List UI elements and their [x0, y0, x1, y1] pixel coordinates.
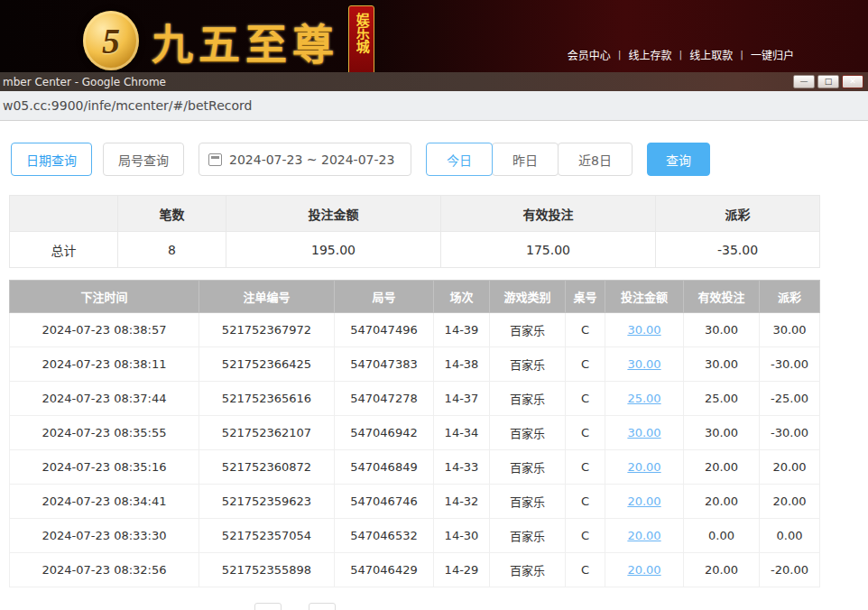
date-range-input[interactable]: 2024-07-23 ~ 2024-07-23 [199, 143, 411, 176]
bet-amount-cell: 25.00 [605, 382, 684, 416]
summary-header-valid: 有效投注 [441, 196, 656, 232]
date-query-tab[interactable]: 日期查询 [11, 143, 92, 176]
window-title: mber Center - Google Chrome [3, 76, 166, 88]
window-controls: — □ ✕ [793, 75, 863, 88]
summary-header-payout: 派彩 [656, 196, 820, 232]
session-cell: 14-38 [434, 347, 490, 382]
payout-cell: 20.00 [760, 485, 820, 519]
search-button[interactable]: 查询 [647, 143, 710, 176]
payout-cell: -20.00 [760, 553, 820, 587]
bet-amount-link[interactable]: 20.00 [627, 494, 660, 508]
session-cell: 14-33 [434, 450, 490, 485]
game-type-cell: 百家乐 [490, 553, 566, 587]
bet-amount-cell: 30.00 [605, 347, 684, 382]
bet-amount-link[interactable]: 30.00 [627, 426, 660, 439]
bet-table-body: 2024-07-23 08:38:57521752367972547047496… [10, 313, 820, 587]
order-no-cell: 521752355898 [199, 553, 335, 587]
round-no-cell: 547047496 [335, 313, 434, 347]
bet-time-cell: 2024-07-23 08:35:16 [10, 450, 199, 485]
table-row: 2024-07-23 08:38:11521752366425547047383… [10, 347, 820, 382]
summary-header-row: 笔数 投注金额 有效投注 派彩 [10, 196, 820, 232]
date-range-value: 2024-07-23 ~ 2024-07-23 [229, 152, 394, 167]
pagination-button[interactable] [254, 603, 282, 610]
payout-cell: 30.00 [760, 313, 820, 347]
bet-time-cell: 2024-07-23 08:35:55 [10, 416, 199, 450]
summary-header-count: 笔数 [118, 196, 226, 232]
logo-coin-icon: 5 [83, 11, 139, 70]
col-table-no: 桌号 [566, 281, 605, 313]
round-query-tab[interactable]: 局号查询 [103, 143, 184, 176]
address-bar[interactable]: w05.cc:9900/infe/mcenter/#/betRecord [0, 91, 868, 121]
table-row: 2024-07-23 08:38:57521752367972547047496… [10, 313, 820, 347]
bet-amount-link[interactable]: 20.00 [627, 529, 660, 542]
nav-member-center[interactable]: 会员中心 [568, 47, 611, 62]
round-no-cell: 547046532 [335, 519, 434, 553]
order-no-cell: 521752367972 [199, 313, 335, 347]
table-no-cell: C [566, 519, 605, 553]
payout-cell: -30.00 [760, 347, 820, 382]
round-no-cell: 547047383 [335, 347, 434, 382]
calendar-icon [208, 153, 222, 166]
nav-online-deposit[interactable]: 线上存款 [629, 47, 672, 62]
logo-number: 5 [102, 20, 120, 62]
nav-online-withdraw[interactable]: 线上取款 [689, 47, 733, 62]
bet-amount-link[interactable]: 30.00 [627, 357, 660, 371]
summary-table: 笔数 投注金额 有效投注 派彩 总计 8 195.00 175.00 -35.0… [9, 195, 820, 268]
bet-time-cell: 2024-07-23 08:38:57 [10, 313, 199, 347]
payout-cell: -30.00 [760, 416, 820, 450]
logo-badge: 娱乐城 [348, 5, 374, 76]
bet-amount-link[interactable]: 30.00 [627, 323, 660, 337]
pagination-button[interactable] [309, 603, 336, 610]
bet-amount-link[interactable]: 20.00 [627, 460, 660, 474]
payout-cell: -25.00 [760, 382, 820, 416]
bet-amount-link[interactable]: 20.00 [627, 563, 660, 577]
minimize-button[interactable]: — [793, 75, 815, 88]
session-cell: 14-34 [434, 416, 490, 450]
game-type-cell: 百家乐 [490, 313, 566, 347]
site-logo: 5 九五至尊 娱乐城 [83, 5, 374, 76]
summary-header-bet: 投注金额 [226, 196, 441, 232]
col-order-no: 注单编号 [199, 281, 335, 313]
bet-time-cell: 2024-07-23 08:34:41 [10, 485, 199, 519]
close-button[interactable]: ✕ [842, 75, 863, 88]
col-bet-time: 下注时间 [10, 281, 199, 313]
nav-one-key-transfer[interactable]: 一键归户 [751, 47, 794, 62]
table-no-cell: C [566, 485, 605, 519]
nav-separator: | [679, 49, 683, 60]
col-bet-amount: 投注金额 [605, 281, 684, 313]
valid-bet-cell: 20.00 [684, 485, 760, 519]
valid-bet-cell: 30.00 [684, 313, 760, 347]
order-no-cell: 521752359623 [199, 485, 335, 519]
table-no-cell: C [566, 450, 605, 485]
bet-amount-cell: 20.00 [605, 519, 684, 553]
game-type-cell: 百家乐 [490, 485, 566, 519]
table-row: 2024-07-23 08:34:41521752359623547046746… [10, 485, 820, 519]
table-no-cell: C [566, 382, 605, 416]
session-cell: 14-29 [434, 553, 490, 587]
maximize-button[interactable]: □ [817, 75, 839, 88]
bet-time-cell: 2024-07-23 08:33:30 [10, 519, 199, 553]
table-no-cell: C [566, 416, 605, 450]
bet-table: 下注时间 注单编号 局号 场次 游戏类别 桌号 投注金额 有效投注 派彩 202… [9, 280, 820, 587]
bet-record-page: 日期查询 局号查询 2024-07-23 ~ 2024-07-23 今日 昨日 … [0, 121, 868, 610]
summary-valid: 175.00 [441, 232, 656, 268]
bet-time-cell: 2024-07-23 08:32:56 [10, 553, 199, 587]
order-no-cell: 521752357054 [199, 519, 335, 553]
order-no-cell: 521752365616 [199, 382, 335, 416]
last-8-days-button[interactable]: 近8日 [558, 143, 633, 176]
valid-bet-cell: 30.00 [684, 416, 760, 450]
col-round-no: 局号 [335, 281, 434, 313]
summary-total-row: 总计 8 195.00 175.00 -35.00 [10, 232, 820, 268]
table-row: 2024-07-23 08:35:16521752360872547046849… [10, 450, 820, 485]
bet-amount-link[interactable]: 25.00 [627, 392, 660, 405]
yesterday-button[interactable]: 昨日 [492, 143, 559, 176]
game-type-cell: 百家乐 [490, 382, 566, 416]
round-no-cell: 547046849 [335, 450, 434, 485]
window-titlebar[interactable]: mber Center - Google Chrome — □ ✕ [0, 72, 868, 91]
url-text: w05.cc:9900/infe/mcenter/#/betRecord [3, 98, 252, 113]
bet-time-cell: 2024-07-23 08:38:11 [10, 347, 199, 382]
today-button[interactable]: 今日 [426, 143, 493, 176]
valid-bet-cell: 20.00 [684, 553, 760, 587]
session-cell: 14-39 [434, 313, 490, 347]
game-type-cell: 百家乐 [490, 450, 566, 485]
